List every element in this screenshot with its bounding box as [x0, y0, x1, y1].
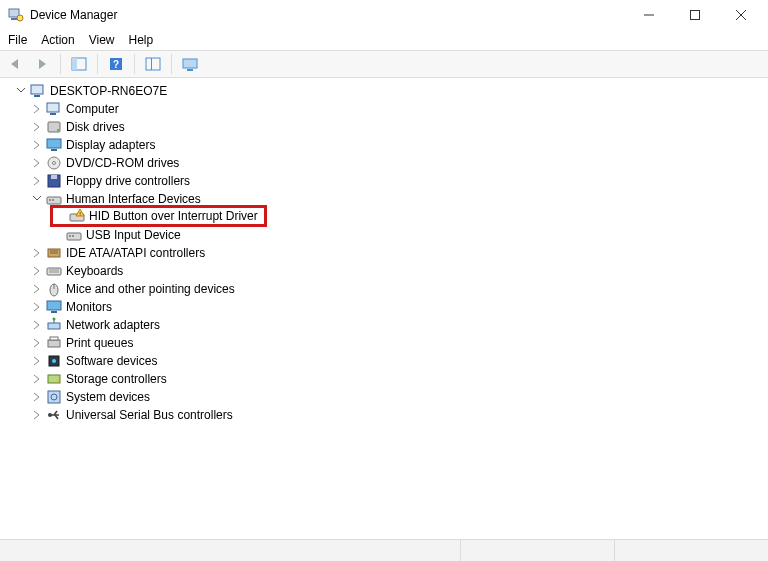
close-button[interactable] — [718, 0, 764, 30]
tree-item-storage-controllers[interactable]: Storage controllers — [2, 370, 766, 388]
help-button[interactable]: ? — [104, 53, 128, 75]
tree-item-mice-and-other-pointing-devices[interactable]: Mice and other pointing devices — [2, 280, 766, 298]
mouse-icon — [46, 281, 62, 297]
tree-item-label: Floppy drive controllers — [66, 172, 190, 190]
network-icon — [46, 317, 62, 333]
svg-rect-4 — [691, 11, 700, 20]
expand-toggle[interactable] — [30, 318, 44, 332]
tree-item-network-adapters[interactable]: Network adapters — [2, 316, 766, 334]
expand-toggle[interactable] — [30, 336, 44, 350]
hid-icon — [66, 227, 82, 243]
tree-item-label: Computer — [66, 100, 119, 118]
nav-back-button[interactable] — [4, 53, 28, 75]
expand-toggle[interactable] — [14, 84, 28, 98]
svg-text:?: ? — [113, 59, 119, 70]
tree-item-keyboards[interactable]: Keyboards — [2, 262, 766, 280]
statusbar — [0, 539, 768, 561]
expand-toggle[interactable] — [30, 372, 44, 386]
nav-forward-button[interactable] — [30, 53, 54, 75]
tree-item-dvd-cd-rom-drives[interactable]: DVD/CD-ROM drives — [2, 154, 766, 172]
hid-warn-icon — [69, 208, 85, 224]
expand-toggle[interactable] — [30, 102, 44, 116]
tree-item-system-devices[interactable]: System devices — [2, 388, 766, 406]
tree-item-label: HID Button over Interrupt Driver — [89, 207, 258, 225]
titlebar: Device Manager — [0, 0, 768, 30]
window-controls — [626, 0, 764, 30]
menu-help[interactable]: Help — [129, 33, 154, 47]
scan-hardware-button[interactable] — [141, 53, 165, 75]
disc-icon — [46, 155, 62, 171]
window-title: Device Manager — [30, 8, 117, 22]
minimize-button[interactable] — [626, 0, 672, 30]
menu-view[interactable]: View — [89, 33, 115, 47]
svg-rect-1 — [11, 18, 17, 20]
svg-rect-8 — [72, 58, 77, 70]
expand-toggle[interactable] — [30, 192, 44, 206]
expand-toggle[interactable] — [30, 156, 44, 170]
tree-item-label: IDE ATA/ATAPI controllers — [66, 244, 205, 262]
tree-item-computer[interactable]: Computer — [2, 100, 766, 118]
show-hide-tree-button[interactable] — [67, 53, 91, 75]
svg-point-2 — [17, 15, 23, 21]
view-devices-button[interactable] — [178, 53, 202, 75]
expand-toggle[interactable] — [30, 120, 44, 134]
tree-item-label: Print queues — [66, 334, 133, 352]
expand-toggle[interactable] — [30, 138, 44, 152]
svg-rect-15 — [31, 85, 43, 94]
expand-toggle[interactable] — [30, 282, 44, 296]
expand-toggle[interactable] — [30, 390, 44, 404]
printer-icon — [46, 335, 62, 351]
expand-toggle[interactable] — [30, 354, 44, 368]
toolbar: ? — [0, 50, 768, 78]
tree-item-display-adapters[interactable]: Display adapters — [2, 136, 766, 154]
svg-rect-14 — [187, 69, 193, 71]
tree-root-label: DESKTOP-RN6EO7E — [50, 82, 167, 100]
monitor-icon — [46, 299, 62, 315]
tree-item-label: Software devices — [66, 352, 157, 370]
keyboard-icon — [46, 263, 62, 279]
tree-item-label: Keyboards — [66, 262, 123, 280]
floppy-icon — [46, 173, 62, 189]
disk-icon — [46, 119, 62, 135]
device-tree[interactable]: DESKTOP-RN6EO7E ComputerDisk drivesDispl… — [0, 78, 768, 537]
tree-item-label: Mice and other pointing devices — [66, 280, 235, 298]
tree-item-label: Disk drives — [66, 118, 125, 136]
computer-root-icon — [30, 83, 46, 99]
tree-item-hid-button-over-interrupt-driver[interactable]: HID Button over Interrupt Driver — [2, 208, 766, 226]
tree-item-label: Network adapters — [66, 316, 160, 334]
tree-item-software-devices[interactable]: Software devices — [2, 352, 766, 370]
tree-item-label: Display adapters — [66, 136, 155, 154]
tree-root[interactable]: DESKTOP-RN6EO7E — [2, 82, 766, 100]
expand-toggle[interactable] — [30, 408, 44, 422]
maximize-button[interactable] — [672, 0, 718, 30]
tree-item-label: Monitors — [66, 298, 112, 316]
tree-item-label: System devices — [66, 388, 150, 406]
expand-toggle[interactable] — [30, 264, 44, 278]
system-icon — [46, 389, 62, 405]
menu-file[interactable]: File — [8, 33, 27, 47]
software-icon — [46, 353, 62, 369]
menubar: File Action View Help — [0, 30, 768, 50]
tree-item-ide-ata-atapi-controllers[interactable]: IDE ATA/ATAPI controllers — [2, 244, 766, 262]
tree-item-universal-serial-bus-controllers[interactable]: Universal Serial Bus controllers — [2, 406, 766, 424]
tree-item-usb-input-device[interactable]: USB Input Device — [2, 226, 766, 244]
tree-item-disk-drives[interactable]: Disk drives — [2, 118, 766, 136]
computer-icon — [46, 101, 62, 117]
svg-rect-12 — [151, 58, 152, 70]
svg-rect-16 — [34, 95, 40, 97]
tree-item-label: Universal Serial Bus controllers — [66, 406, 233, 424]
storage-icon — [46, 371, 62, 387]
tree-item-print-queues[interactable]: Print queues — [2, 334, 766, 352]
tree-item-label: DVD/CD-ROM drives — [66, 154, 179, 172]
svg-rect-13 — [183, 59, 197, 68]
menu-action[interactable]: Action — [41, 33, 74, 47]
app-icon — [8, 7, 24, 23]
expand-toggle[interactable] — [30, 300, 44, 314]
tree-item-floppy-drive-controllers[interactable]: Floppy drive controllers — [2, 172, 766, 190]
expand-toggle[interactable] — [30, 174, 44, 188]
usb-icon — [46, 407, 62, 423]
tree-item-monitors[interactable]: Monitors — [2, 298, 766, 316]
highlighted-item: HID Button over Interrupt Driver — [50, 205, 267, 227]
tree-item-label: USB Input Device — [86, 226, 181, 244]
expand-toggle[interactable] — [30, 246, 44, 260]
